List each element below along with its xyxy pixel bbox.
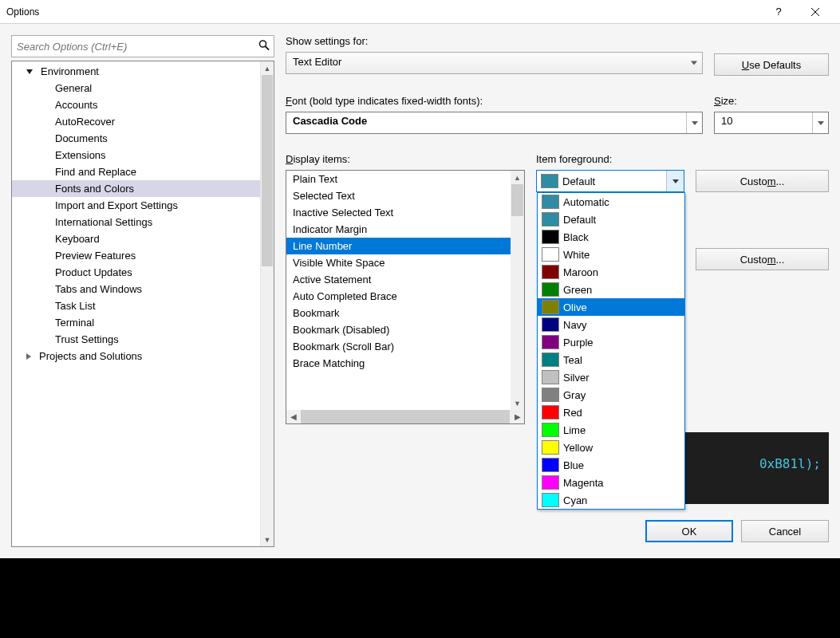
color-swatch <box>542 405 559 419</box>
tree-item[interactable]: Find and Replace <box>12 163 260 180</box>
color-option[interactable]: Olive <box>538 298 684 316</box>
listbox-vscrollbar[interactable]: ▲ ▼ <box>511 171 524 410</box>
search-icon <box>258 40 270 53</box>
color-option[interactable]: Purple <box>538 333 684 351</box>
size-combo[interactable]: 10 <box>714 112 829 134</box>
color-swatch <box>542 493 559 507</box>
list-item[interactable]: Line Number <box>286 238 511 254</box>
tree-label: Accounts <box>55 99 97 111</box>
display-items-listbox[interactable]: Plain TextSelected TextInactive Selected… <box>286 170 525 424</box>
scroll-thumb[interactable] <box>301 410 510 423</box>
close-button[interactable] <box>797 0 834 24</box>
tree-item[interactable]: Preview Features <box>12 247 260 264</box>
list-item[interactable]: Selected Text <box>286 187 511 204</box>
tree-item-projects[interactable]: Projects and Solutions <box>12 348 260 364</box>
color-swatch <box>542 475 559 490</box>
dialog-body: Environment GeneralAccountsAutoRecoverDo… <box>0 24 840 558</box>
tree-item-environment[interactable]: Environment <box>12 63 260 80</box>
scroll-up-icon[interactable]: ▲ <box>511 171 524 184</box>
color-option[interactable]: Default <box>538 211 684 228</box>
tree-item[interactable]: Product Updates <box>12 264 260 281</box>
ok-button[interactable]: OK <box>645 520 733 542</box>
scroll-left-icon[interactable]: ◀ <box>286 412 300 421</box>
color-option[interactable]: Cyan <box>538 491 684 509</box>
scroll-down-icon[interactable]: ▼ <box>511 396 524 410</box>
item-foreground-label: Item foreground: <box>536 153 829 165</box>
color-option[interactable]: Maroon <box>538 263 684 281</box>
show-settings-label: Show settings for: <box>286 35 703 47</box>
color-option[interactable]: Gray <box>538 386 684 404</box>
color-option-label: White <box>563 249 590 261</box>
titlebar: Options ? <box>0 0 840 24</box>
tree-item[interactable]: AutoRecover <box>12 113 260 130</box>
color-option[interactable]: Automatic <box>538 193 684 211</box>
color-option[interactable]: Black <box>538 228 684 246</box>
tree-item[interactable]: Extensions <box>12 147 260 163</box>
list-item[interactable]: Bookmark (Scroll Bar) <box>286 338 511 355</box>
scroll-right-icon[interactable]: ▶ <box>511 412 524 421</box>
left-panel: Environment GeneralAccountsAutoRecoverDo… <box>11 35 274 547</box>
color-dropdown-list[interactable]: AutomaticDefaultBlackWhiteMaroonGreenOli… <box>537 192 685 510</box>
custom-fg-button[interactable]: Custom... <box>696 170 829 192</box>
font-combo[interactable]: Cascadia Code <box>286 112 703 134</box>
color-swatch <box>542 458 559 472</box>
svg-point-0 <box>260 41 266 47</box>
scroll-thumb[interactable] <box>262 75 273 266</box>
display-items-label: Display items: <box>286 153 525 165</box>
chevron-down-icon <box>686 112 702 133</box>
search-input[interactable] <box>11 35 274 57</box>
custom-bg-button[interactable]: Custom... <box>696 248 829 270</box>
color-option-label: Purple <box>563 337 594 349</box>
color-option[interactable]: Teal <box>538 351 684 368</box>
tree-item[interactable]: Import and Export Settings <box>12 197 260 214</box>
right-panel: Show settings for: Text Editor Use Defau… <box>286 35 829 547</box>
color-swatch <box>542 440 559 455</box>
list-item[interactable]: Bookmark (Disabled) <box>286 321 511 338</box>
show-settings-dropdown[interactable]: Text Editor <box>286 52 703 74</box>
tree-scrollbar[interactable]: ▲ ▼ <box>260 61 274 546</box>
list-item[interactable]: Indicator Margin <box>286 221 511 238</box>
color-swatch <box>542 247 559 262</box>
color-option[interactable]: Yellow <box>538 439 684 456</box>
list-item[interactable]: Plain Text <box>286 171 511 187</box>
list-item[interactable]: Active Statement <box>286 271 511 288</box>
tree-item[interactable]: Accounts <box>12 96 260 113</box>
list-item[interactable]: Bookmark <box>286 305 511 321</box>
tree-item[interactable]: Fonts and Colors <box>12 180 260 197</box>
color-option[interactable]: Navy <box>538 316 684 333</box>
tree-item[interactable]: Documents <box>12 130 260 147</box>
tree-item[interactable]: Keyboard <box>12 230 260 247</box>
item-foreground-value: Default <box>562 175 666 187</box>
color-option[interactable]: Lime <box>538 421 684 439</box>
item-foreground-combo[interactable]: Default AutomaticDefaultBlackWhiteMaroon… <box>536 170 684 192</box>
scroll-up-icon[interactable]: ▲ <box>261 61 274 75</box>
color-option[interactable]: White <box>538 246 684 263</box>
list-item[interactable]: Auto Completed Brace <box>286 288 511 305</box>
color-option[interactable]: Red <box>538 404 684 421</box>
color-option[interactable]: Silver <box>538 368 684 386</box>
use-defaults-button[interactable]: Use Defaults <box>714 53 829 76</box>
color-option[interactable]: Magenta <box>538 474 684 491</box>
scroll-down-icon[interactable]: ▼ <box>261 533 274 546</box>
color-option[interactable]: Green <box>538 281 684 298</box>
listbox-hscrollbar[interactable]: ◀ ▶ <box>286 410 524 423</box>
category-tree[interactable]: Environment GeneralAccountsAutoRecoverDo… <box>12 61 260 546</box>
tree-item[interactable]: General <box>12 80 260 96</box>
close-icon <box>811 8 819 16</box>
color-swatch <box>542 282 559 297</box>
list-item[interactable]: Brace Matching <box>286 355 511 372</box>
color-option[interactable]: Blue <box>538 456 684 474</box>
tree-item[interactable]: Terminal <box>12 314 260 331</box>
list-item[interactable]: Visible White Space <box>286 254 511 271</box>
list-item[interactable]: Inactive Selected Text <box>286 204 511 221</box>
cancel-button[interactable]: Cancel <box>741 520 829 542</box>
color-option-label: Silver <box>563 372 590 384</box>
tree-item[interactable]: Tabs and Windows <box>12 281 260 297</box>
tree-item[interactable]: International Settings <box>12 214 260 230</box>
tree-item[interactable]: Trust Settings <box>12 331 260 348</box>
color-option-label: Maroon <box>563 266 598 278</box>
tree-item[interactable]: Task List <box>12 297 260 314</box>
help-button[interactable]: ? <box>760 0 797 24</box>
scroll-thumb[interactable] <box>511 184 523 216</box>
color-swatch <box>542 388 559 402</box>
